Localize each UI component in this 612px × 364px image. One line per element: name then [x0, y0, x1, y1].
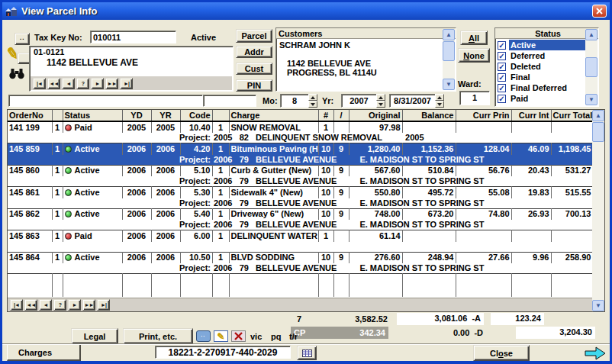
- scrollbar-track[interactable]: [585, 78, 598, 94]
- project-row: [8, 242, 593, 253]
- column-header[interactable]: YR: [151, 110, 180, 121]
- column-header[interactable]: Curr Prin: [456, 110, 511, 121]
- scrollbar-thumb[interactable]: [592, 122, 604, 142]
- nav-help-button[interactable]: ?: [76, 78, 89, 89]
- nav-first-button[interactable]: |◄: [33, 78, 46, 89]
- print-button[interactable]: Print, etc.: [123, 328, 193, 344]
- column-header[interactable]: /: [333, 110, 349, 121]
- checkbox-icon[interactable]: ✓: [498, 95, 506, 103]
- scrollbar-thumb[interactable]: [585, 57, 598, 77]
- column-header[interactable]: Balance: [402, 110, 456, 121]
- year-down-button[interactable]: [376, 101, 385, 108]
- note-pencil-icon[interactable]: ✎: [214, 330, 228, 342]
- nav-prev-button[interactable]: ◄: [39, 299, 52, 311]
- tab-charges[interactable]: Charges: [7, 345, 81, 361]
- nav-next-button[interactable]: ►: [68, 299, 81, 311]
- none-button[interactable]: None: [458, 48, 490, 63]
- column-header[interactable]: YD: [122, 110, 151, 121]
- table-row[interactable]: 145 8601Active200620065.101Curb & Gutter…: [8, 165, 593, 176]
- tab-addr[interactable]: Addr: [236, 46, 272, 58]
- month-up-button[interactable]: [308, 94, 317, 101]
- nav-prev-page-button[interactable]: ◄◄: [47, 78, 60, 89]
- status-item[interactable]: ✓Deferred: [496, 50, 585, 61]
- checkbox-icon[interactable]: ✓: [498, 52, 506, 60]
- year-input[interactable]: [341, 94, 376, 108]
- checkbox-icon[interactable]: ✓: [498, 63, 506, 71]
- nav-next-page-button[interactable]: ►►: [82, 299, 95, 311]
- column-header[interactable]: Original: [349, 110, 402, 121]
- table-row[interactable]: 141 1991Paid2005200510.401SNOW REMOVAL19…: [8, 121, 593, 133]
- customer-name[interactable]: SCHRAM JOHN K: [276, 39, 456, 50]
- status-item[interactable]: ✓Deleted: [496, 61, 585, 72]
- table-row[interactable]: 145 8631Paid200620066.001DELINQUENT WATE…: [8, 230, 593, 242]
- reference-input[interactable]: [155, 346, 291, 359]
- checkbox-icon[interactable]: ✓: [498, 41, 506, 50]
- close-window-button[interactable]: [592, 5, 607, 18]
- scrollbar-thumb[interactable]: [443, 41, 455, 61]
- date-up-button[interactable]: [435, 94, 444, 101]
- date-down-button[interactable]: [435, 101, 444, 108]
- scroll-down-button[interactable]: ▼: [443, 79, 455, 90]
- column-header[interactable]: Curr Total: [551, 110, 593, 121]
- nav-prev-page-button[interactable]: ◄◄: [24, 299, 37, 311]
- column-header[interactable]: OrderNo: [8, 110, 52, 121]
- customers-scrollbar: ▲ ▼: [443, 29, 455, 90]
- scrollbar-track[interactable]: [443, 62, 455, 79]
- tab-parcel[interactable]: Parcel: [236, 29, 272, 43]
- year-up-button[interactable]: [376, 94, 385, 101]
- status-dot-icon: [65, 189, 72, 196]
- checkbox-icon[interactable]: ✓: [498, 73, 506, 82]
- all-button[interactable]: All: [460, 31, 488, 45]
- column-header[interactable]: Charge: [229, 110, 318, 121]
- table-row[interactable]: 145 8611Active200620065.301Sidewalk 4" (…: [8, 187, 593, 198]
- binoculars-icon[interactable]: [8, 68, 25, 79]
- legal-button[interactable]: Legal: [71, 328, 118, 344]
- nav-next-page-button[interactable]: ►►: [105, 78, 118, 89]
- scroll-down-button[interactable]: ▼: [592, 300, 604, 311]
- status-item[interactable]: ✓Paid: [496, 93, 585, 104]
- nav-last-button[interactable]: ►|: [97, 299, 110, 311]
- status-item[interactable]: ✓Final: [496, 72, 585, 82]
- month-spinner: [280, 94, 317, 108]
- ward-value[interactable]: 1: [459, 91, 490, 105]
- delete-icon[interactable]: [231, 330, 246, 342]
- tax-key-input[interactable]: [90, 31, 176, 43]
- checkbox-icon[interactable]: ✓: [498, 84, 506, 92]
- nav-prev-button[interactable]: ◄: [62, 78, 75, 89]
- customer-address1: 1142 BELLEVUE AVE: [276, 50, 456, 68]
- date-input[interactable]: [389, 94, 435, 108]
- column-header[interactable]: Code: [180, 110, 212, 121]
- close-button[interactable]: Close: [473, 345, 530, 361]
- nav-next-button[interactable]: ►: [91, 78, 104, 89]
- table-row[interactable]: 145 8591Active200620064.201Bituminous Pa…: [8, 143, 593, 155]
- status-item[interactable]: ✓Active: [496, 40, 585, 50]
- month-input[interactable]: [280, 94, 308, 108]
- column-header[interactable]: [52, 110, 63, 121]
- scroll-up-button[interactable]: ▲: [585, 29, 598, 40]
- table-row[interactable]: 145 8621Active200620065.401Driveway 6" (…: [8, 208, 593, 220]
- tab-cust[interactable]: Cust: [236, 63, 272, 75]
- nav-help-button[interactable]: ?: [53, 299, 66, 311]
- scrollbar-track[interactable]: [592, 143, 604, 300]
- scrollbar-track[interactable]: [585, 40, 598, 56]
- scroll-up-button[interactable]: ▲: [592, 110, 604, 121]
- grid-view-button[interactable]: [297, 346, 317, 360]
- tab-pin[interactable]: PIN: [236, 79, 272, 92]
- column-header[interactable]: #: [318, 110, 333, 121]
- table-row[interactable]: 145 8641Active2006200610.501BLVD SODDING…: [8, 252, 593, 263]
- status-item[interactable]: ✓Final Deferred: [496, 82, 585, 93]
- scroll-down-button[interactable]: ▼: [585, 94, 598, 105]
- column-header[interactable]: Curr Int: [511, 110, 551, 121]
- column-header[interactable]: [212, 110, 229, 121]
- scroll-up-button[interactable]: ▲: [443, 29, 455, 40]
- detail-dots-icon[interactable]: ∙∙: [196, 330, 211, 342]
- title-bar[interactable]: View Parcel Info: [2, 2, 610, 20]
- nav-last-button[interactable]: ►|: [120, 78, 133, 89]
- month-down-button[interactable]: [308, 101, 317, 108]
- filter-field-1[interactable]: [8, 95, 203, 107]
- nav-first-button[interactable]: |◄: [10, 299, 23, 311]
- detail-dots-button[interactable]: ∙∙: [14, 33, 30, 45]
- next-arrow-icon[interactable]: [584, 346, 607, 360]
- filter-field-2[interactable]: [203, 95, 256, 107]
- column-header[interactable]: Status: [63, 110, 122, 121]
